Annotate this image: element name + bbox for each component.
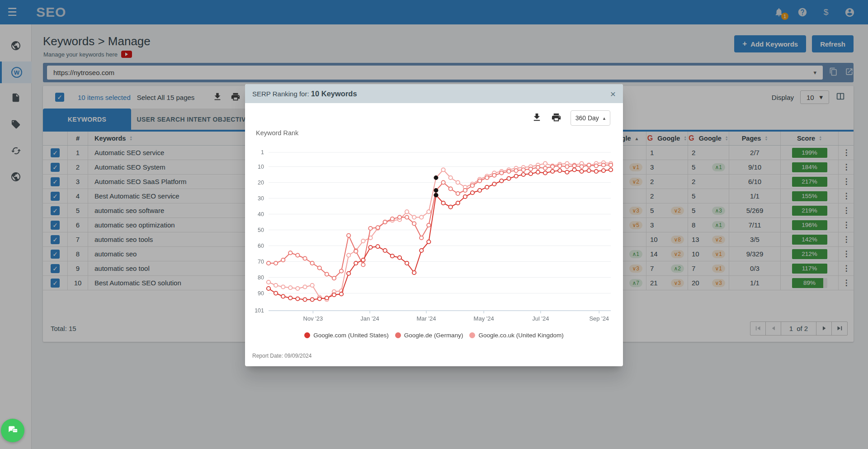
svg-text:1: 1 bbox=[261, 149, 264, 156]
legend-dot-icon bbox=[469, 332, 475, 338]
svg-text:50: 50 bbox=[258, 227, 264, 233]
serp-rank-chart: 1102030405060708090101Nov '23Jan '24Mar … bbox=[248, 141, 619, 328]
modal-header: SERP Ranking for: 10 Keywords × bbox=[245, 84, 623, 103]
svg-text:40: 40 bbox=[258, 211, 264, 217]
legend-dot-icon bbox=[395, 332, 401, 338]
svg-text:60: 60 bbox=[258, 243, 264, 249]
legend-item[interactable]: Google.de (Germany) bbox=[395, 332, 463, 339]
svg-text:Sep '24: Sep '24 bbox=[589, 315, 609, 322]
legend-item[interactable]: Google.com (United States) bbox=[304, 332, 389, 339]
chart-download-icon[interactable] bbox=[532, 112, 542, 124]
date-range-select[interactable]: 360 Day ▴ bbox=[571, 110, 610, 126]
serp-ranking-modal: SERP Ranking for: 10 Keywords × 360 Day … bbox=[245, 84, 623, 366]
legend-label: Google.de (Germany) bbox=[404, 332, 463, 339]
chart-title: Keyword Rank bbox=[256, 129, 298, 137]
svg-text:10: 10 bbox=[258, 164, 264, 170]
svg-text:Nov '23: Nov '23 bbox=[303, 315, 323, 322]
svg-text:90: 90 bbox=[258, 290, 264, 297]
svg-text:Jul '24: Jul '24 bbox=[532, 315, 549, 322]
legend-label: Google.co.uk (United Kingdom) bbox=[478, 332, 563, 339]
svg-text:Jan '24: Jan '24 bbox=[360, 315, 379, 322]
svg-text:May '24: May '24 bbox=[474, 315, 494, 322]
chat-widget-button[interactable] bbox=[1, 419, 24, 442]
svg-text:80: 80 bbox=[258, 274, 264, 281]
svg-text:101: 101 bbox=[255, 307, 264, 314]
chart-legend: Google.com (United States)Google.de (Ger… bbox=[245, 332, 623, 339]
chat-bubbles-icon bbox=[6, 423, 19, 438]
legend-item[interactable]: Google.co.uk (United Kingdom) bbox=[469, 332, 563, 339]
legend-label: Google.com (United States) bbox=[313, 332, 389, 339]
modal-title-keywords: 10 Keywords bbox=[311, 90, 357, 98]
svg-text:Mar '24: Mar '24 bbox=[417, 315, 436, 322]
svg-text:20: 20 bbox=[258, 180, 264, 186]
close-icon[interactable]: × bbox=[610, 89, 616, 99]
report-date: Report Date: 09/09/2024 bbox=[252, 353, 311, 359]
legend-dot-icon bbox=[304, 332, 310, 338]
chart-print-icon[interactable] bbox=[551, 112, 561, 124]
modal-title: SERP Ranking for: 10 Keywords bbox=[252, 90, 357, 98]
svg-text:70: 70 bbox=[258, 259, 264, 265]
svg-text:30: 30 bbox=[258, 195, 264, 202]
chevron-up-icon: ▴ bbox=[603, 115, 606, 121]
